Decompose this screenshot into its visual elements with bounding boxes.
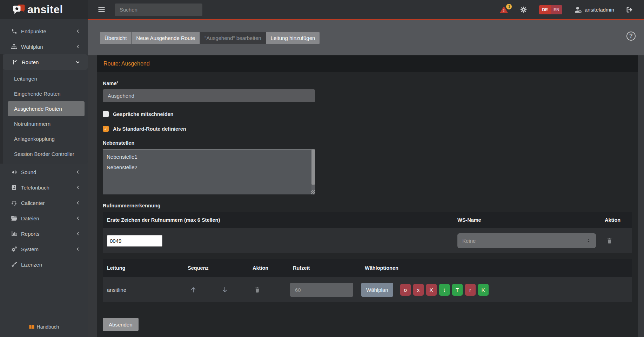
alert-count-badge: 1 xyxy=(506,4,512,9)
sidebar-item-routen[interactable]: Routen xyxy=(3,54,88,70)
prefix-input[interactable] xyxy=(107,235,162,247)
delete-line-button[interactable] xyxy=(253,285,262,295)
panel-body: Name* ✓ Gespräche mitschneiden ✓ Als Sta… xyxy=(97,72,638,337)
gears-icon xyxy=(11,246,18,253)
tab-uebersicht[interactable]: Übersicht xyxy=(100,32,131,44)
dial-option-K[interactable]: K xyxy=(478,284,489,296)
sidebar-item-ausgehende-routen[interactable]: Ausgehende Routen xyxy=(8,101,85,116)
sidebar: ansitel Endpunkte Wählplan xyxy=(0,0,88,337)
name-label: Name* xyxy=(103,81,632,86)
ringtime-input[interactable] xyxy=(290,283,353,297)
move-up-button[interactable] xyxy=(188,285,198,295)
chevron-left-icon xyxy=(76,201,80,205)
chevron-left-icon xyxy=(76,29,80,33)
dialplan-button[interactable]: Wählplan xyxy=(361,283,393,297)
chevron-down-icon xyxy=(75,60,80,64)
logo[interactable]: ansitel xyxy=(0,0,88,19)
sidebar-item-endpunkte[interactable]: Endpunkte xyxy=(0,23,88,39)
name-input[interactable] xyxy=(103,89,315,102)
handbuch-link[interactable]: Handbuch xyxy=(0,317,88,337)
chevron-left-icon xyxy=(76,247,80,251)
wsname-select[interactable]: Keine xyxy=(457,233,596,248)
sidebar-item-notrufnummern[interactable]: Notrufnummern xyxy=(8,116,85,131)
settings-gear-icon[interactable] xyxy=(520,6,527,13)
dial-option-x[interactable]: x xyxy=(413,284,424,296)
sidebar-item-sound[interactable]: Sound xyxy=(0,164,88,180)
dial-option-T[interactable]: T xyxy=(452,284,463,296)
user-menu[interactable]: ansiteladmin xyxy=(574,6,614,13)
recognition-table-row: Keine xyxy=(103,228,632,253)
sidebar-item-waehlplan[interactable]: Wählplan xyxy=(0,39,88,54)
lang-en-button[interactable]: EN xyxy=(551,5,562,14)
routen-submenu: Leitungen Eingehende Routen Ausgehende R… xyxy=(3,70,88,164)
search-input[interactable] xyxy=(115,4,202,16)
alerts-button[interactable]: 1 xyxy=(500,6,508,13)
sidebar-item-eingehende-routen[interactable]: Eingehende Routen xyxy=(8,86,85,101)
submit-button[interactable]: Absenden xyxy=(103,318,139,331)
volume-icon xyxy=(11,168,18,176)
tab-ausgehend-bearbeiten[interactable]: "Ausgehend" bearbeiten xyxy=(200,32,266,44)
listbox-scrollbar-thumb[interactable] xyxy=(311,150,315,185)
col-sequence: Sequenz xyxy=(183,265,248,271)
col-wsname: WS-Name xyxy=(453,217,601,223)
dial-options: Wählplan o x X t T r K xyxy=(361,283,632,297)
headset-icon xyxy=(11,199,18,206)
sidebar-item-lizenzen[interactable]: Lizenzen xyxy=(0,257,88,272)
col-dialoptions: Wähloptionen xyxy=(361,265,632,271)
sidebar-group-routen: Routen Leitungen Eingehende Routen Ausge… xyxy=(0,54,88,164)
sidebar-item-anlagenkopplung[interactable]: Anlagenkopplung xyxy=(8,131,85,146)
default-route-checkbox-row[interactable]: ✓ Als Standard-Route definieren xyxy=(103,126,632,132)
content-header: Übersicht Neue Ausgehende Route "Ausgehe… xyxy=(88,20,644,55)
hamburger-menu-icon[interactable] xyxy=(98,7,105,12)
extensions-listbox[interactable]: Nebenstelle1 Nebenstelle2 xyxy=(103,149,315,194)
move-down-button[interactable] xyxy=(220,285,230,295)
tab-neue-ausgehende-route[interactable]: Neue Ausgehende Route xyxy=(132,32,200,44)
record-calls-checkbox[interactable]: ✓ xyxy=(103,111,109,117)
sidebar-item-leitungen[interactable]: Leitungen xyxy=(8,71,85,86)
col-ringtime: Rufzeit xyxy=(289,265,361,271)
listbox-scrollbar[interactable] xyxy=(311,150,315,194)
logout-icon[interactable] xyxy=(626,6,633,13)
extension-option[interactable]: Nebenstelle1 xyxy=(103,152,315,162)
chart-bar-icon xyxy=(11,230,18,237)
col-action: Aktion xyxy=(248,265,289,271)
code-branch-icon xyxy=(11,59,18,66)
delete-prefix-button[interactable] xyxy=(605,236,614,246)
panel-title: Route: Ausgehend xyxy=(103,61,150,67)
help-icon[interactable]: ? xyxy=(626,32,636,41)
record-calls-label: Gespräche mitschneiden xyxy=(113,111,173,117)
dial-option-o[interactable]: o xyxy=(400,284,411,296)
lines-table-header: Leitung Sequenz Aktion Rufzeit Wähloptio… xyxy=(103,259,632,277)
dial-option-t[interactable]: t xyxy=(439,284,450,296)
topbar: 1 DE EN ansiteladmin xyxy=(88,0,644,20)
topbar-actions: 1 DE EN ansiteladmin xyxy=(500,5,644,14)
lines-table: Leitung Sequenz Aktion Rufzeit Wähloptio… xyxy=(103,259,632,302)
book-icon xyxy=(29,324,35,330)
tab-leitung-hinzufuegen[interactable]: Leitung hinzufügen xyxy=(266,32,320,44)
sidebar-item-session-border-controller[interactable]: Session Border Controller xyxy=(8,146,85,161)
panel-header: Route: Ausgehend xyxy=(97,55,638,72)
default-route-label: Als Standard-Route definieren xyxy=(113,126,186,132)
default-route-checkbox[interactable]: ✓ xyxy=(103,126,109,132)
chevron-left-icon xyxy=(76,232,80,236)
dial-option-X[interactable]: X xyxy=(426,284,437,296)
sidebar-item-reports[interactable]: Reports xyxy=(0,226,88,241)
sidebar-item-system[interactable]: System xyxy=(0,241,88,257)
recognition-label: Rufnummernerkennung xyxy=(103,203,632,208)
app-root: ansitel Endpunkte Wählplan xyxy=(0,0,644,337)
sidebar-item-telefonbuch[interactable]: Telefonbuch xyxy=(0,180,88,195)
route-panel: Route: Ausgehend Name* ✓ Gespräche mitsc… xyxy=(97,55,638,337)
lang-de-button[interactable]: DE xyxy=(539,5,551,14)
username-label: ansiteladmin xyxy=(585,7,614,13)
sitemap-icon xyxy=(11,43,18,50)
dial-option-r[interactable]: r xyxy=(465,284,476,296)
extensions-label: Nebenstellen xyxy=(103,140,632,146)
sidebar-item-dateien[interactable]: Dateien xyxy=(0,211,88,226)
record-calls-checkbox-row[interactable]: ✓ Gespräche mitschneiden xyxy=(103,111,632,117)
sidebar-item-callcenter[interactable]: Callcenter xyxy=(0,195,88,211)
lines-table-row: ansitline xyxy=(103,277,632,302)
recognition-table: Erste Zeichen der Rufnummern (max 6 Stel… xyxy=(103,212,632,253)
listbox-resize-handle[interactable] xyxy=(311,190,315,194)
content: Übersicht Neue Ausgehende Route "Ausgehe… xyxy=(88,20,644,337)
extension-option[interactable]: Nebenstelle2 xyxy=(103,162,315,173)
